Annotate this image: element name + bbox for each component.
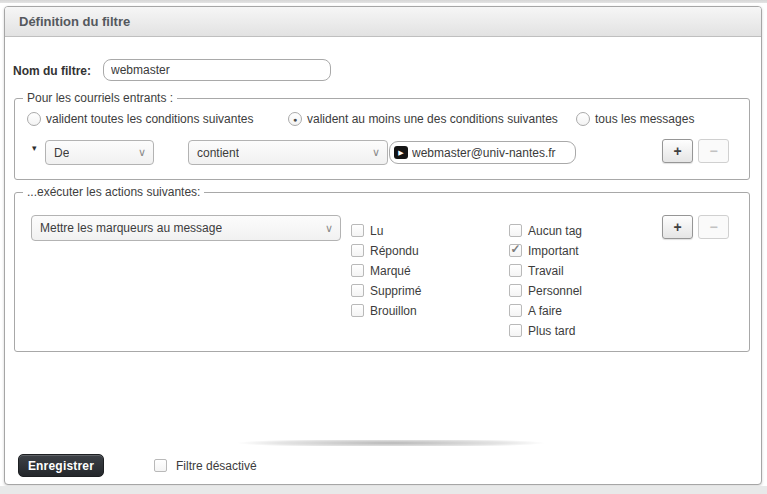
checkbox-box — [509, 224, 522, 237]
checkbox-label: Brouillon — [370, 304, 417, 318]
flag-checkbox-lu[interactable]: Lu — [351, 223, 383, 238]
save-button[interactable]: Enregistrer — [18, 454, 104, 477]
filter-name-input[interactable] — [103, 59, 331, 81]
filter-definition-dialog: Définition du filtre Nom du filtre: Pour… — [4, 6, 762, 485]
checkbox-box — [509, 284, 522, 297]
autocomplete-contact-icon: ▶ — [394, 146, 408, 159]
checkbox-label: A faire — [528, 304, 562, 318]
checkbox-label: Répondu — [370, 244, 419, 258]
row-menu-triangle-icon[interactable]: ▾ — [32, 143, 37, 153]
actions-group: ...exécuter les actions suivantes: Mettr… — [14, 192, 750, 352]
filter-name-label: Nom du filtre: — [13, 64, 91, 78]
remove-action-button: − — [698, 215, 729, 239]
add-action-button[interactable]: + — [662, 215, 693, 239]
radio-label: valident toutes les conditions suivantes — [46, 112, 253, 126]
checkbox-box — [351, 224, 364, 237]
select-value: Mettre les marqueurs au message — [40, 221, 222, 235]
actions-legend: ...exécuter les actions suivantes: — [23, 185, 204, 199]
check-mark: ✓ — [510, 244, 520, 255]
filter-disabled-checkbox[interactable]: Filtre désactivé — [154, 458, 257, 473]
checkbox-box — [154, 459, 167, 472]
radio-all-conditions[interactable]: valident toutes les conditions suivantes — [27, 111, 253, 127]
chevron-down-icon: ∨ — [372, 146, 380, 159]
checkbox-label: Personnel — [528, 284, 582, 298]
radio-circle — [27, 112, 41, 126]
checkbox-label: Plus tard — [528, 324, 575, 338]
flag-checkbox-repondu[interactable]: Répondu — [351, 243, 419, 258]
radio-circle: ● — [288, 112, 302, 126]
radio-any-condition[interactable]: ● valident au moins une des conditions s… — [288, 111, 558, 127]
tag-checkbox-personnel[interactable]: Personnel — [509, 283, 582, 298]
autocomplete-arrow-glyph: ▶ — [398, 149, 403, 156]
tag-checkbox-aucun-tag[interactable]: Aucun tag — [509, 223, 582, 238]
tag-checkbox-plus-tard[interactable]: Plus tard — [509, 323, 575, 338]
tag-checkbox-travail[interactable]: Travail — [509, 263, 564, 278]
checkbox-label: Aucun tag — [528, 224, 582, 238]
checkbox-label: Filtre désactivé — [176, 459, 257, 473]
add-condition-button[interactable]: + — [662, 139, 693, 163]
tag-checkbox-a-faire[interactable]: A faire — [509, 303, 562, 318]
conditions-group: Pour les courriels entrants : valident t… — [14, 98, 750, 180]
flag-checkbox-marque[interactable]: Marqué — [351, 263, 411, 278]
dialog-header: Définition du filtre — [5, 7, 761, 37]
checkbox-box — [351, 284, 364, 297]
condition-value-input[interactable] — [412, 146, 571, 160]
chevron-down-icon: ∨ — [325, 222, 333, 235]
radio-label: valident au moins une des conditions sui… — [307, 112, 558, 126]
checkbox-label: Lu — [370, 224, 383, 238]
checkbox-label: Important — [528, 244, 579, 258]
checkbox-box — [351, 244, 364, 257]
remove-condition-button: − — [698, 139, 729, 163]
top-edge-strip — [0, 0, 767, 3]
radio-all-messages[interactable]: tous les messages — [576, 111, 694, 127]
checkbox-box — [509, 324, 522, 337]
dialog-title: Définition du filtre — [19, 14, 130, 29]
shadow-divider — [185, 440, 597, 446]
tag-checkbox-important[interactable]: ✓ Important — [509, 243, 579, 258]
checkbox-box — [351, 264, 364, 277]
radio-circle — [576, 112, 590, 126]
chevron-down-icon: ∨ — [138, 146, 146, 159]
radio-dot: ● — [293, 116, 297, 123]
checkbox-box — [509, 304, 522, 317]
select-value: contient — [197, 146, 239, 160]
select-value: De — [54, 146, 69, 160]
screen: Définition du filtre Nom du filtre: Pour… — [0, 0, 767, 494]
condition-field-select[interactable]: De ∨ — [45, 140, 154, 165]
condition-operator-select[interactable]: contient ∨ — [188, 140, 388, 165]
condition-value-field[interactable]: ▶ — [389, 141, 576, 164]
checkbox-box: ✓ — [509, 244, 522, 257]
checkbox-label: Marqué — [370, 264, 411, 278]
checkbox-box — [351, 304, 364, 317]
checkbox-box — [509, 264, 522, 277]
checkbox-label: Travail — [528, 264, 564, 278]
conditions-legend: Pour les courriels entrants : — [23, 91, 177, 105]
bottom-edge-strip — [0, 486, 767, 494]
flag-checkbox-supprime[interactable]: Supprimé — [351, 283, 421, 298]
radio-label: tous les messages — [595, 112, 694, 126]
action-type-select[interactable]: Mettre les marqueurs au message ∨ — [31, 215, 341, 241]
flag-checkbox-brouillon[interactable]: Brouillon — [351, 303, 417, 318]
checkbox-label: Supprimé — [370, 284, 421, 298]
